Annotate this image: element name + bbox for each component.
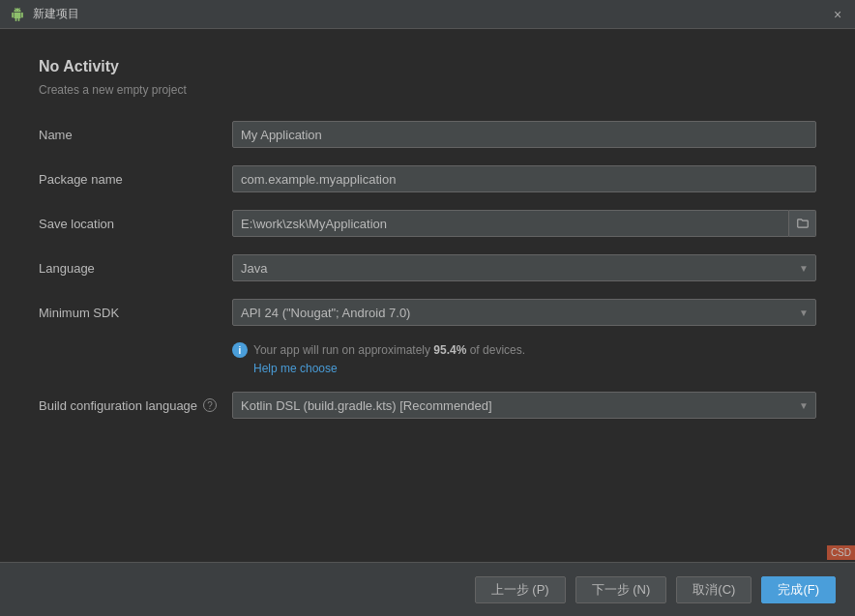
main-content: No Activity Creates a new empty project …: [0, 29, 855, 562]
section-title: No Activity: [39, 58, 816, 75]
language-row: Language Java Kotlin ▼: [39, 253, 816, 282]
help-me-choose-link[interactable]: Help me choose: [253, 362, 816, 375]
save-location-label: Save location: [39, 217, 232, 231]
save-location-control: [232, 210, 816, 237]
previous-button[interactable]: 上一步 (P): [475, 576, 566, 603]
package-name-control: [232, 165, 816, 192]
bottom-bar: 上一步 (P) 下一步 (N) 取消(C) 完成(F): [0, 562, 855, 616]
build-config-control: Kotlin DSL (build.gradle.kts) [Recommend…: [232, 392, 816, 419]
section-subtitle: Creates a new empty project: [39, 83, 816, 97]
minimum-sdk-control: API 24 ("Nougat"; Android 7.0) API 21 (A…: [232, 299, 816, 326]
finish-button[interactable]: 完成(F): [761, 576, 836, 603]
language-control: Java Kotlin ▼: [232, 254, 816, 281]
package-name-label: Package name: [39, 172, 232, 187]
minimum-sdk-label: Minimum SDK: [39, 306, 232, 320]
close-button[interactable]: ×: [830, 7, 845, 22]
title-bar: 新建项目 ×: [0, 0, 855, 29]
info-block: i Your app will run on approximately 95.…: [232, 342, 816, 375]
browse-button[interactable]: [789, 210, 816, 237]
language-label: Language: [39, 261, 232, 276]
window-title: 新建项目: [33, 6, 830, 22]
minimum-sdk-row: Minimum SDK API 24 ("Nougat"; Android 7.…: [39, 298, 816, 327]
language-select[interactable]: Java Kotlin: [232, 254, 816, 281]
name-label: Name: [39, 128, 232, 142]
android-icon: [10, 7, 25, 22]
name-row: Name: [39, 120, 816, 149]
build-config-label: Build configuration language ?: [39, 398, 232, 413]
save-location-input[interactable]: [232, 210, 789, 237]
minimum-sdk-select[interactable]: API 24 ("Nougat"; Android 7.0) API 21 (A…: [232, 299, 816, 326]
build-config-help-icon[interactable]: ?: [203, 398, 217, 412]
build-config-row: Build configuration language ? Kotlin DS…: [39, 391, 816, 420]
package-name-input[interactable]: [232, 165, 816, 192]
name-control: [232, 121, 816, 148]
info-icon: i: [232, 342, 248, 358]
name-input[interactable]: [232, 121, 816, 148]
info-line: i Your app will run on approximately 95.…: [232, 342, 816, 358]
save-location-row: Save location: [39, 209, 816, 238]
build-config-select[interactable]: Kotlin DSL (build.gradle.kts) [Recommend…: [232, 392, 816, 419]
next-button[interactable]: 下一步 (N): [575, 576, 667, 603]
package-name-row: Package name: [39, 164, 816, 193]
info-text: Your app will run on approximately 95.4%…: [253, 343, 525, 357]
csd-badge: CSD: [827, 545, 855, 560]
cancel-button[interactable]: 取消(C): [676, 576, 752, 603]
